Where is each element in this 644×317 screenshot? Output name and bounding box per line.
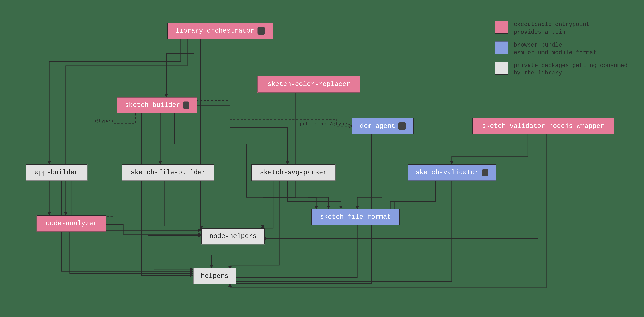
legend-item-executable: executeable entrypoint provides a .bin xyxy=(495,21,628,36)
node-node-helpers: node-helpers xyxy=(201,228,265,245)
node-sketch-validator: sketch-validator xyxy=(408,164,496,181)
node-label: sketch-color-replacer xyxy=(268,81,350,88)
legend-text: executeable entrypoint provides a .bin xyxy=(514,21,590,36)
node-label: sketch-file-builder xyxy=(131,169,206,176)
node-label: sketch-validator-nodejs-wrapper xyxy=(482,123,604,130)
node-label: code-analyzer xyxy=(46,220,97,227)
node-app-builder: app-builder xyxy=(26,164,88,181)
node-label: node-helpers xyxy=(210,233,257,240)
node-label: sketch-svg-parser xyxy=(260,169,327,176)
node-sketch-file-builder: sketch-file-builder xyxy=(122,164,214,181)
node-label: sketch-validator xyxy=(416,169,479,176)
legend-swatch-pink xyxy=(495,21,508,34)
node-label: dom-agent xyxy=(360,123,395,130)
legend-text: browser bundle esm or umd module format xyxy=(514,41,596,56)
node-label: sketch-file-format xyxy=(320,213,391,221)
node-label: helpers xyxy=(201,273,228,280)
legend-swatch-blue xyxy=(495,41,508,54)
legend: executeable entrypoint provides a .bin b… xyxy=(495,21,628,77)
node-label: sketch-builder xyxy=(125,102,180,109)
emoji-icon xyxy=(398,123,406,130)
node-library-orchestrator: library orchestrator xyxy=(167,23,273,39)
node-label: app-builder xyxy=(35,169,78,176)
legend-item-private: private packages getting consumed by the… xyxy=(495,62,628,77)
node-sketch-builder: sketch-builder xyxy=(117,97,197,113)
node-sketch-validator-nodejs-wrapper: sketch-validator-nodejs-wrapper xyxy=(472,118,614,135)
emoji-icon xyxy=(258,27,265,35)
node-dom-agent: dom-agent xyxy=(352,118,414,135)
node-helpers: helpers xyxy=(193,268,236,284)
node-sketch-svg-parser: sketch-svg-parser xyxy=(251,164,336,181)
emoji-icon xyxy=(482,169,488,176)
edge-label-types: @types xyxy=(95,118,113,124)
node-sketch-color-replacer: sketch-color-replacer xyxy=(258,76,360,93)
node-label: library orchestrator xyxy=(175,27,254,35)
emoji-icon xyxy=(183,102,189,109)
legend-text: private packages getting consumed by the… xyxy=(514,62,628,77)
edge-label-public-api: public-api/@types xyxy=(300,121,350,127)
node-code-analyzer: code-analyzer xyxy=(37,215,106,232)
node-sketch-file-format: sketch-file-format xyxy=(311,209,400,225)
legend-swatch-gray xyxy=(495,62,508,75)
legend-item-browser: browser bundle esm or umd module format xyxy=(495,41,628,56)
